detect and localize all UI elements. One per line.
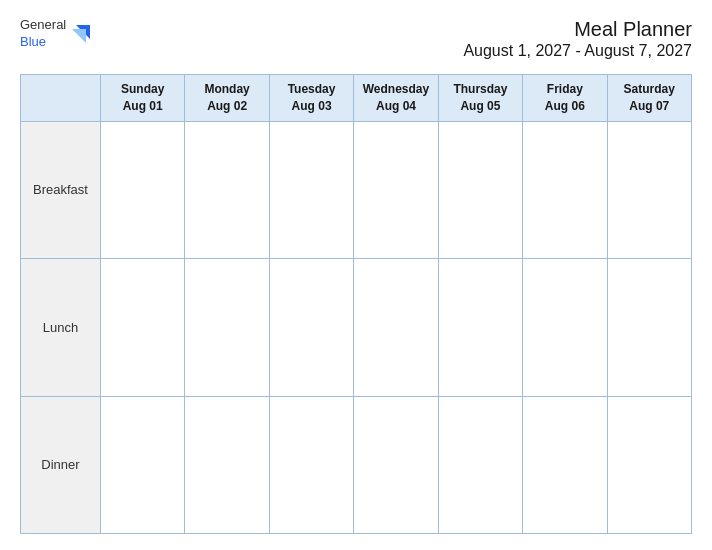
page: General Blue Meal Planner August 1, 2027…	[0, 0, 712, 550]
lunch-row: Lunch	[21, 259, 692, 396]
dinner-thursday[interactable]	[438, 396, 522, 533]
lunch-tuesday[interactable]	[269, 259, 353, 396]
dinner-sunday[interactable]	[101, 396, 185, 533]
dinner-monday[interactable]	[185, 396, 269, 533]
header-sunday: SundayAug 01	[101, 75, 185, 122]
lunch-saturday[interactable]	[607, 259, 691, 396]
date-range: August 1, 2027 - August 7, 2027	[463, 42, 692, 60]
logo-text: General Blue	[20, 16, 66, 50]
header-saturday: SaturdayAug 07	[607, 75, 691, 122]
header-tuesday: TuesdayAug 03	[269, 75, 353, 122]
empty-header	[21, 75, 101, 122]
lunch-monday[interactable]	[185, 259, 269, 396]
breakfast-thursday[interactable]	[438, 121, 522, 258]
lunch-wednesday[interactable]	[354, 259, 438, 396]
dinner-label: Dinner	[21, 396, 101, 533]
breakfast-wednesday[interactable]	[354, 121, 438, 258]
breakfast-saturday[interactable]	[607, 121, 691, 258]
breakfast-tuesday[interactable]	[269, 121, 353, 258]
dinner-row: Dinner	[21, 396, 692, 533]
breakfast-sunday[interactable]	[101, 121, 185, 258]
svg-marker-1	[72, 29, 86, 43]
meal-planner-table: SundayAug 01 MondayAug 02 TuesdayAug 03 …	[20, 74, 692, 534]
lunch-thursday[interactable]	[438, 259, 522, 396]
lunch-friday[interactable]	[523, 259, 607, 396]
breakfast-friday[interactable]	[523, 121, 607, 258]
dinner-tuesday[interactable]	[269, 396, 353, 533]
page-title: Meal Planner	[463, 16, 692, 42]
header-wednesday: WednesdayAug 04	[354, 75, 438, 122]
header: General Blue Meal Planner August 1, 2027…	[20, 16, 692, 60]
header-monday: MondayAug 02	[185, 75, 269, 122]
breakfast-label: Breakfast	[21, 121, 101, 258]
lunch-sunday[interactable]	[101, 259, 185, 396]
logo: General Blue	[20, 16, 92, 50]
header-friday: FridayAug 06	[523, 75, 607, 122]
logo-icon	[70, 23, 92, 45]
title-area: Meal Planner August 1, 2027 - August 7, …	[463, 16, 692, 60]
dinner-wednesday[interactable]	[354, 396, 438, 533]
dinner-friday[interactable]	[523, 396, 607, 533]
lunch-label: Lunch	[21, 259, 101, 396]
dinner-saturday[interactable]	[607, 396, 691, 533]
breakfast-row: Breakfast	[21, 121, 692, 258]
header-row: SundayAug 01 MondayAug 02 TuesdayAug 03 …	[21, 75, 692, 122]
breakfast-monday[interactable]	[185, 121, 269, 258]
header-thursday: ThursdayAug 05	[438, 75, 522, 122]
